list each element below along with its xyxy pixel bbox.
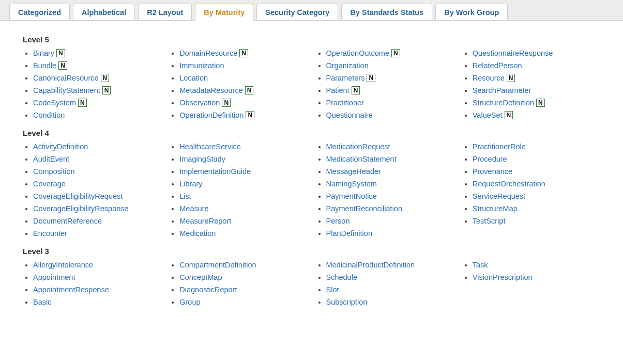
resource-link[interactable]: AllergyIntolerance [33,261,93,269]
list-item: MetadataResourceN [179,86,315,94]
list-item: Questionnaire [326,111,462,119]
resource-link[interactable]: DomainResource [179,49,237,57]
resource-link[interactable]: DocumentReference [33,217,102,225]
level-columns: BinaryNBundleNCanonicalResourceNCapabili… [23,49,609,123]
resource-link[interactable]: CapabilityStatement [33,86,100,94]
resource-link[interactable]: OperationOutcome [326,49,390,57]
list-item: AuditEvent [33,155,169,163]
resource-link[interactable]: ValueSet [473,111,503,119]
resource-link[interactable]: Organization [326,61,369,70]
resource-link[interactable]: NamingSystem [326,180,377,188]
resource-link[interactable]: ImagingStudy [179,155,225,163]
list-item: Measure [179,204,315,213]
normative-badge: N [391,49,400,57]
resource-link[interactable]: Immunization [179,61,224,70]
resource-link[interactable]: QuestionnaireResponse [473,49,553,57]
resource-link[interactable]: Library [179,180,202,188]
resource-link[interactable]: ImplementationGuide [179,167,251,176]
resource-link[interactable]: MeasureReport [179,217,231,225]
resource-link[interactable]: MetadataResource [179,86,243,94]
resource-link[interactable]: AppointmentResponse [33,286,109,294]
resource-link[interactable]: PractitionerRole [473,143,526,151]
tab-security-category[interactable]: Security Category [256,4,338,21]
resource-link[interactable]: List [179,192,191,200]
resource-link[interactable]: PaymentReconciliation [326,204,403,213]
list-item: OperationOutcomeN [326,49,462,57]
resource-link[interactable]: Measure [179,204,208,213]
resource-link[interactable]: Location [179,74,208,82]
resource-link[interactable]: Group [179,298,200,306]
resource-link[interactable]: Task [473,261,488,269]
resource-link[interactable]: Person [326,217,350,225]
tab-by-maturity[interactable]: By Maturity [195,4,253,21]
list-item: BundleN [33,61,169,70]
resource-link[interactable]: HealthcareService [179,143,240,151]
resource-link[interactable]: RelatedPerson [473,61,522,70]
resource-link[interactable]: Medication [179,229,216,238]
column: BinaryNBundleNCanonicalResourceNCapabili… [23,49,169,123]
resource-link[interactable]: Observation [179,99,220,107]
normative-badge: N [239,49,248,57]
resource-link[interactable]: Composition [33,167,75,176]
list-item: PractitionerRole [473,143,609,151]
resource-link[interactable]: ActivityDefinition [33,143,88,151]
resource-link[interactable]: Parameters [326,74,365,82]
resource-link[interactable]: Patient [326,86,350,94]
resource-link[interactable]: CompartmentDefinition [179,261,256,269]
resource-link[interactable]: VisionPrescription [473,273,533,281]
list-item: ImplementationGuide [179,167,315,176]
resource-link[interactable]: MedicationRequest [326,143,390,151]
resource-link[interactable]: CoverageEligibilityResponse [33,204,129,213]
resource-link[interactable]: Basic [33,298,51,306]
resource-link[interactable]: TestScript [473,217,506,225]
tab-by-standards-status[interactable]: By Standards Status [341,4,432,21]
resource-link[interactable]: OperationDefinition [179,111,244,119]
list-item: MedicationStatement [326,155,462,163]
list-item: BinaryN [33,49,169,57]
resource-link[interactable]: Bundle [33,61,56,70]
resource-link[interactable]: Practitioner [326,99,364,107]
list-item: ConceptMap [179,273,315,281]
list-item: PaymentReconciliation [326,204,462,213]
resource-link[interactable]: MessageHeader [326,167,381,176]
tab-by-work-group[interactable]: By Work Group [435,4,508,21]
resource-link[interactable]: Slot [326,286,339,294]
list-item: Procedure [473,155,609,163]
resource-link[interactable]: StructureMap [473,204,518,213]
tab-r2-layout[interactable]: R2 Layout [138,4,192,21]
resource-link[interactable]: Questionnaire [326,111,373,119]
resource-link[interactable]: Provenance [473,167,512,176]
resource-link[interactable]: Subscription [326,298,368,306]
resource-link[interactable]: Appointment [33,273,75,281]
resource-link[interactable]: SearchParameter [473,86,531,94]
resource-link[interactable]: MedicationStatement [326,155,397,163]
resource-link[interactable]: Procedure [473,155,507,163]
resource-link[interactable]: DiagnosticReport [179,286,237,294]
resource-link[interactable]: Resource [473,74,505,82]
list-item: Practitioner [326,99,462,107]
resource-link[interactable]: PaymentNotice [326,192,377,200]
resource-link[interactable]: StructureDefinition [473,99,534,107]
resource-link[interactable]: CoverageEligibilityRequest [33,192,123,200]
column: AllergyIntoleranceAppointmentAppointment… [23,261,169,310]
resource-link[interactable]: CanonicalResource [33,74,99,82]
list-item: MedicationRequest [326,143,462,151]
list-item: CanonicalResourceN [33,74,169,82]
resource-link[interactable]: Condition [33,111,65,119]
resource-link[interactable]: Coverage [33,180,66,188]
list-item: RelatedPerson [473,61,609,70]
resource-link[interactable]: Binary [33,49,54,57]
tab-categorized[interactable]: Categorized [9,4,70,21]
resource-link[interactable]: PlanDefinition [326,229,372,238]
tab-alphabetical[interactable]: Alphabetical [73,4,135,21]
resource-link[interactable]: ConceptMap [179,273,222,281]
resource-link[interactable]: ServiceRequest [473,192,525,200]
resource-link[interactable]: RequestOrchestration [473,180,545,188]
list-item: Coverage [33,180,169,188]
resource-link[interactable]: CodeSystem [33,99,76,107]
resource-link[interactable]: AuditEvent [33,155,69,163]
resource-link[interactable]: Schedule [326,273,357,281]
resource-link[interactable]: Encounter [33,229,67,238]
list-item: AppointmentResponse [33,286,169,294]
resource-link[interactable]: MedicinalProductDefinition [326,261,415,269]
